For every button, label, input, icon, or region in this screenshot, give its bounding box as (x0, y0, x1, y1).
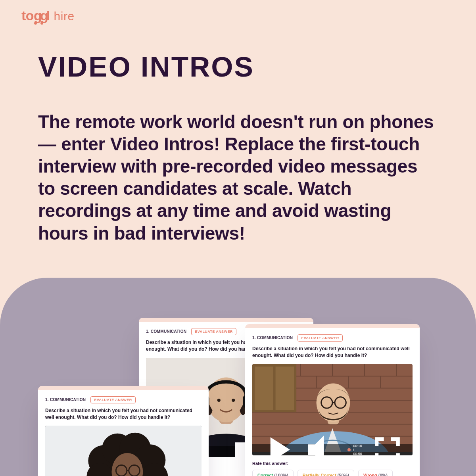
card-accent (139, 318, 313, 322)
rating-chip-label: Correct (257, 473, 273, 476)
rating-chip-correct[interactable]: Correct (100%) (252, 470, 294, 476)
rating-chips: Correct (100%) Partially Correct (50%) W… (252, 470, 413, 476)
brand-logo: toggl hire (21, 9, 75, 23)
video-thumbnail[interactable]: 00:10 / 00:50 (252, 364, 413, 455)
candidate-card: 1. COMMUNICATION EVALUATE ANSWER Describ… (38, 386, 209, 476)
question-text: Describe a situation in which you felt y… (45, 407, 202, 421)
rating-chip-pct: (0%) (378, 473, 388, 476)
page-title: VIDEO INTROS (38, 51, 438, 83)
rating-chip-wrong[interactable]: Wrong (0%) (358, 470, 393, 476)
question-category: 1. COMMUNICATION (146, 329, 186, 334)
card-accent (38, 386, 209, 390)
rating-chip-partial[interactable]: Partially Correct (50%) (298, 470, 354, 476)
video-thumbnail[interactable] (45, 426, 202, 476)
question-category: 1. COMMUNICATION (45, 397, 86, 402)
rating-chip-label: Wrong (363, 473, 377, 476)
evaluate-answer-badge[interactable]: EVALUATE ANSWER (90, 396, 135, 403)
svg-rect-42 (255, 367, 273, 410)
svg-point-7 (232, 399, 235, 402)
video-time: 00:10 / 00:50 (353, 444, 362, 455)
evaluate-answer-badge[interactable]: EVALUATE ANSWER (191, 328, 236, 335)
play-icon[interactable] (256, 428, 299, 455)
fullscreen-icon[interactable] (366, 428, 409, 455)
card-accent (245, 324, 420, 328)
svg-rect-43 (276, 367, 294, 410)
rating-chip-pct: (50%) (338, 473, 349, 476)
brand-mark: toggl (21, 9, 50, 22)
question-text: Describe a situation in which you felt y… (252, 345, 413, 359)
hero: VIDEO INTROS The remote work world doesn… (38, 51, 438, 244)
page-subtitle: The remote work world doesn't run on pho… (38, 111, 435, 244)
rating-chip-pct: (100%) (274, 473, 288, 476)
brand-sub: hire (54, 10, 75, 23)
candidate-card: 1. COMMUNICATION EVALUATE ANSWER Describ… (245, 324, 420, 476)
rating-chip-label: Partially Correct (303, 473, 336, 476)
svg-point-6 (217, 399, 221, 402)
question-category: 1. COMMUNICATION (252, 336, 293, 340)
video-controls[interactable]: 00:10 / 00:50 (252, 444, 413, 455)
volume-icon[interactable] (303, 428, 345, 455)
evaluate-answer-badge[interactable]: EVALUATE ANSWER (298, 334, 342, 342)
rate-title: Rate this answer: (252, 461, 413, 466)
